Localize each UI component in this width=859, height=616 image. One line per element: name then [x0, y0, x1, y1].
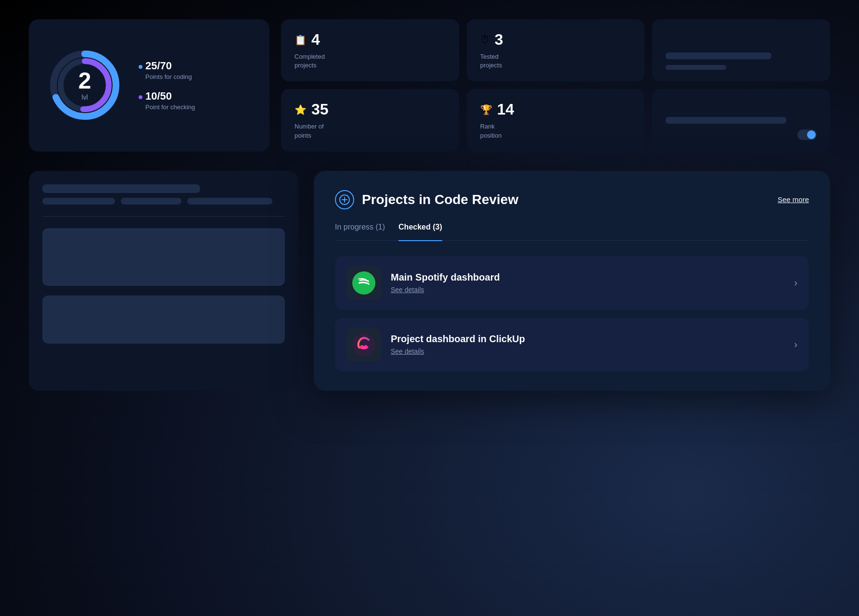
- bottom-row: Projects in Code Review See more In prog…: [29, 171, 830, 391]
- tested-num: 3: [495, 31, 503, 49]
- completed-label: Completedprojects: [295, 52, 446, 70]
- main-container: 2 lvl 25/70 Points for coding 10/50 Poin…: [0, 0, 859, 616]
- level-card: 2 lvl 25/70 Points for coding 10/50 Poin…: [29, 19, 269, 152]
- placeholder-bar-2: [666, 65, 726, 70]
- completed-icon: 📋: [295, 34, 307, 46]
- left-ph-block-2: [42, 295, 285, 344]
- points-icon: ⭐: [295, 104, 307, 116]
- left-ph-block-1: [42, 228, 285, 286]
- rank-card: 🏆 14 Rankposition: [467, 89, 645, 151]
- level-label: lvl: [78, 93, 91, 101]
- placeholder-card-top-right: [652, 19, 830, 81]
- checking-label: Point for checking: [139, 103, 195, 111]
- completed-num: 4: [311, 31, 320, 49]
- left-ph-bar-1: [42, 184, 200, 193]
- code-review-icon: [335, 190, 354, 209]
- placeholder-toggle: [666, 129, 817, 140]
- level-number: 2: [78, 69, 91, 92]
- rank-num: 14: [497, 101, 514, 118]
- donut-center: 2 lvl: [78, 69, 91, 101]
- clickup-details-link[interactable]: See details: [391, 347, 784, 355]
- see-more-button[interactable]: See more: [778, 195, 809, 204]
- tested-card-top: ⏱ 3: [480, 31, 631, 49]
- coding-value: 25/70: [139, 60, 195, 72]
- clickup-logo: [352, 333, 375, 356]
- project-item-clickup[interactable]: Project dashboard in ClickUp See details…: [335, 318, 809, 372]
- tab-checked[interactable]: Checked (3): [398, 223, 442, 241]
- clickup-arrow-icon: ›: [794, 339, 797, 350]
- card-header: Projects in Code Review See more: [335, 190, 809, 209]
- left-ph-bar-3: [121, 198, 181, 205]
- left-panel: [29, 171, 298, 391]
- clickup-project-name: Project dashboard in ClickUp: [391, 334, 784, 345]
- level-donut: 2 lvl: [46, 47, 123, 124]
- clickup-project-info: Project dashboard in ClickUp See details: [391, 334, 784, 355]
- tab-in-progress[interactable]: In progress (1): [335, 223, 385, 233]
- purple-dot: [139, 95, 142, 99]
- spotify-thumb: [346, 266, 381, 300]
- top-row: 2 lvl 25/70 Points for coding 10/50 Poin…: [29, 19, 830, 152]
- toggle-thumb: [807, 130, 816, 139]
- left-ph-bar-4: [187, 198, 272, 205]
- plus-circle-icon: [339, 194, 350, 205]
- spotify-details-link[interactable]: See details: [391, 286, 784, 294]
- coding-stat: 25/70 Points for coding: [139, 60, 195, 80]
- spotify-project-info: Main Spotify dashboard See details: [391, 272, 784, 294]
- code-review-title: Projects in Code Review: [362, 192, 518, 207]
- rank-label: Rankposition: [480, 122, 631, 140]
- project-list: Main Spotify dashboard See details ›: [335, 256, 809, 372]
- points-card: ⭐ 35 Number ofpoints: [281, 89, 459, 151]
- stats-grid: 📋 4 Completedprojects ⏱ 3 Testedprojects: [281, 19, 830, 152]
- toggle-track[interactable]: [797, 129, 817, 140]
- left-ph-bar-2: [42, 198, 115, 205]
- completed-card-top: 📋 4: [295, 31, 446, 49]
- tested-label: Testedprojects: [480, 52, 631, 70]
- rank-card-top: 🏆 14: [480, 101, 631, 118]
- coding-label: Points for coding: [139, 73, 195, 80]
- checking-stat: 10/50 Point for checking: [139, 90, 195, 111]
- placeholder-card-bottom-right: [652, 89, 830, 151]
- code-review-card: Projects in Code Review See more In prog…: [314, 171, 830, 391]
- card-title-group: Projects in Code Review: [335, 190, 518, 209]
- placeholder-bar-1: [666, 52, 771, 59]
- left-ph-bar-row: [42, 198, 285, 205]
- completed-card: 📋 4 Completedprojects: [281, 19, 459, 81]
- blue-dot: [139, 65, 142, 69]
- spotify-project-name: Main Spotify dashboard: [391, 272, 784, 283]
- tested-icon: ⏱: [480, 34, 490, 45]
- spotify-logo: [352, 271, 375, 295]
- tested-card: ⏱ 3 Testedprojects: [467, 19, 645, 81]
- points-num: 35: [311, 101, 329, 118]
- card-tabs: In progress (1) Checked (3): [335, 223, 809, 241]
- left-ph-divider: [42, 216, 285, 217]
- clickup-thumb: [346, 327, 381, 362]
- rank-icon: 🏆: [480, 104, 492, 116]
- placeholder-bar-3: [666, 117, 786, 124]
- points-card-top: ⭐ 35: [295, 101, 446, 118]
- points-label: Number ofpoints: [295, 122, 446, 140]
- left-panel-header: [42, 184, 285, 205]
- checking-value: 10/50: [139, 90, 195, 103]
- spotify-arrow-icon: ›: [794, 277, 797, 288]
- svg-point-8: [352, 333, 375, 356]
- level-stats: 25/70 Points for coding 10/50 Point for …: [139, 60, 195, 111]
- project-item-spotify[interactable]: Main Spotify dashboard See details ›: [335, 256, 809, 310]
